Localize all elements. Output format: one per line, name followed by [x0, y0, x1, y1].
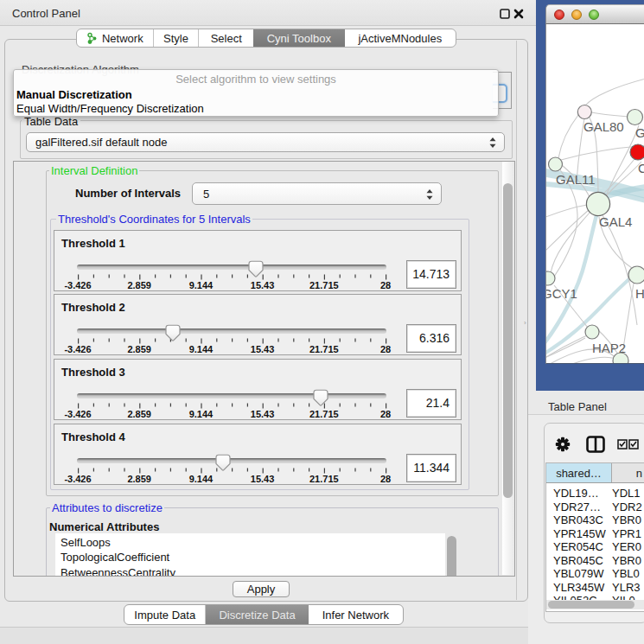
svg-text:GAL11: GAL11: [556, 172, 596, 187]
svg-text:GCY1: GCY1: [546, 286, 577, 301]
svg-text:H: H: [635, 286, 644, 301]
svg-text:GAL80: GAL80: [583, 119, 624, 134]
svg-text:GAL4: GAL4: [599, 214, 632, 229]
svg-text:G.: G.: [635, 125, 644, 140]
svg-text:C: C: [638, 161, 644, 175]
svg-text:HAP2: HAP2: [592, 341, 626, 355]
